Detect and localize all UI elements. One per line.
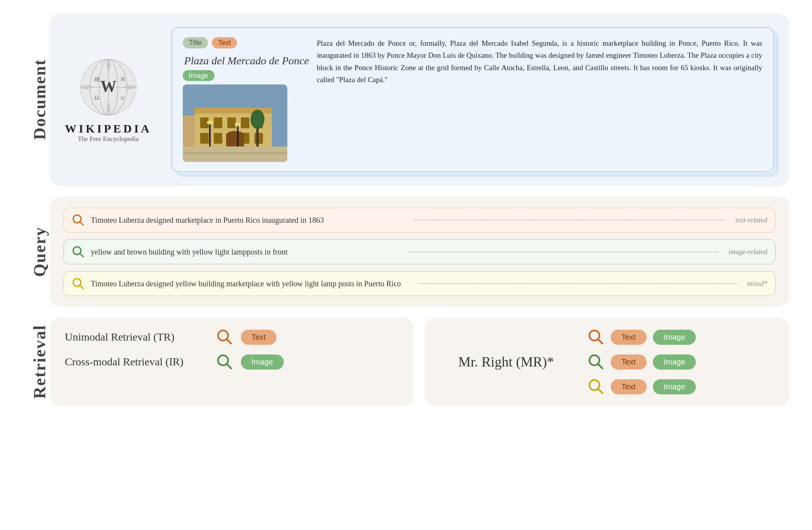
mr-image-pill-3: Image — [653, 379, 696, 394]
svg-line-37 — [80, 253, 83, 257]
image-badge: Image — [183, 70, 215, 81]
text-badge: Text — [212, 37, 237, 48]
retrieval-row: Unimodal Retrieval (TR) Text Cross-modal… — [50, 318, 790, 406]
mr-search-icon-2 — [587, 353, 604, 370]
mr-label: Mr. Right (MR)* — [440, 354, 572, 370]
svg-line-43 — [227, 364, 231, 368]
retrieval-left-box: Unimodal Retrieval (TR) Text Cross-modal… — [50, 318, 414, 406]
svg-line-49 — [598, 389, 603, 393]
query-row-mixed: Timoteo Luberza designed yellow building… — [64, 271, 776, 296]
svg-rect-15 — [214, 117, 222, 128]
article-title: Plaza del Mercado de Ponce — [183, 55, 309, 67]
svg-rect-28 — [209, 123, 211, 148]
svg-line-47 — [598, 364, 603, 368]
retrieval-right-box: Mr. Right (MR)* Text Image — [425, 318, 790, 406]
svg-text:ע: ע — [121, 95, 124, 101]
article-card: Title Text Plaza del Mercado de Ponce Im… — [171, 27, 774, 172]
svg-rect-20 — [214, 133, 222, 144]
article-body: Plaza del Mercado de Ponce or, formally,… — [317, 37, 762, 162]
ir-label: Cross-modal Retrieval (IR) — [65, 356, 208, 368]
wiki-title: WIKIPEDIA — [65, 122, 152, 135]
ir-search-icon — [216, 353, 233, 370]
svg-text:И: И — [121, 76, 125, 82]
retrieval-section-label: Retrieval — [23, 325, 50, 399]
tr-text-pill: Text — [241, 330, 277, 345]
card-title-row: Title Text — [183, 37, 309, 48]
query-text-2: yellow and brown building with yellow li… — [91, 248, 400, 256]
svg-point-29 — [207, 120, 213, 124]
svg-text:Ω: Ω — [94, 95, 99, 101]
mr-image-pill-1: Image — [653, 330, 696, 345]
document-content: W 維 И Ω ע WIKIPEDIA The Free Encyclopedi… — [50, 13, 790, 186]
svg-line-39 — [80, 285, 83, 289]
ir-image-pill: Image — [241, 354, 284, 370]
card-left: Title Text Plaza del Mercado de Ponce Im… — [183, 37, 309, 162]
svg-rect-19 — [200, 133, 209, 144]
mr-text-pill-3: Text — [611, 379, 647, 394]
retrieval-content: Unimodal Retrieval (TR) Text Cross-modal… — [50, 318, 790, 406]
mr-row-1: Text Image — [587, 329, 696, 346]
building-svg — [183, 84, 287, 162]
query-type-1: text-related — [735, 216, 767, 224]
svg-point-24 — [226, 131, 244, 139]
retrieval-ir: Cross-modal Retrieval (IR) Image — [65, 353, 399, 370]
mr-image-pill-2: Image — [653, 354, 696, 370]
svg-point-31 — [235, 122, 241, 126]
svg-line-45 — [598, 339, 603, 344]
search-icon-green — [72, 245, 85, 258]
tr-search-icon — [216, 329, 233, 346]
tr-label: Unimodal Retrieval (TR) — [65, 331, 208, 343]
query-row-text: Timoteo Luberza designed marketplace in … — [64, 208, 776, 232]
svg-point-27 — [251, 110, 264, 129]
mr-row-2: Text Image — [587, 353, 696, 370]
wiki-subtitle: The Free Encyclopedia — [78, 135, 139, 143]
query-content: Timoteo Luberza designed marketplace in … — [50, 197, 790, 307]
query-dots-1 — [413, 220, 725, 220]
mr-text-pill-1: Text — [611, 330, 647, 345]
building-image — [183, 84, 287, 162]
query-row-image: yellow and brown building with yellow li… — [64, 239, 776, 264]
query-type-3: mixed* — [747, 280, 767, 288]
title-badge: Title — [183, 37, 208, 48]
retrieval-tr: Unimodal Retrieval (TR) Text — [65, 329, 399, 346]
mr-search-icon-3 — [587, 378, 604, 395]
mr-search-icon-1 — [587, 329, 604, 346]
svg-text:維: 維 — [94, 76, 100, 82]
document-section-label: Document — [23, 59, 50, 140]
query-type-2: image-related — [728, 248, 767, 256]
query-dots-3 — [419, 283, 737, 284]
svg-rect-16 — [227, 117, 236, 128]
query-text-1: Timoteo Luberza designed marketplace in … — [91, 216, 403, 225]
svg-line-41 — [227, 339, 231, 344]
wikipedia-logo: W 維 И Ω ע WIKIPEDIA The Free Encyclopedi… — [65, 56, 152, 143]
document-box: W 維 И Ω ע WIKIPEDIA The Free Encyclopedi… — [50, 13, 790, 186]
query-section-label: Query — [23, 227, 50, 277]
query-dots-2 — [410, 251, 718, 252]
mr-rows: Text Image Text Image — [587, 329, 696, 395]
search-icon-orange — [72, 213, 85, 227]
svg-rect-17 — [241, 117, 249, 128]
svg-rect-33 — [183, 152, 287, 154]
svg-rect-25 — [183, 115, 195, 148]
mr-row-3: Text Image — [587, 378, 696, 395]
svg-text:W: W — [100, 77, 117, 95]
query-box: Timoteo Luberza designed marketplace in … — [50, 197, 790, 307]
article-card-stack: Title Text Plaza del Mercado de Ponce Im… — [171, 27, 774, 172]
image-badge-row: Image — [183, 72, 309, 80]
svg-rect-30 — [237, 125, 239, 148]
mr-text-pill-2: Text — [611, 354, 647, 370]
search-icon-yellow — [72, 277, 85, 290]
globe-icon: W 維 И Ω ע — [77, 56, 139, 118]
svg-line-35 — [80, 222, 83, 225]
query-text-3: Timoteo Luberza designed yellow building… — [91, 279, 409, 288]
